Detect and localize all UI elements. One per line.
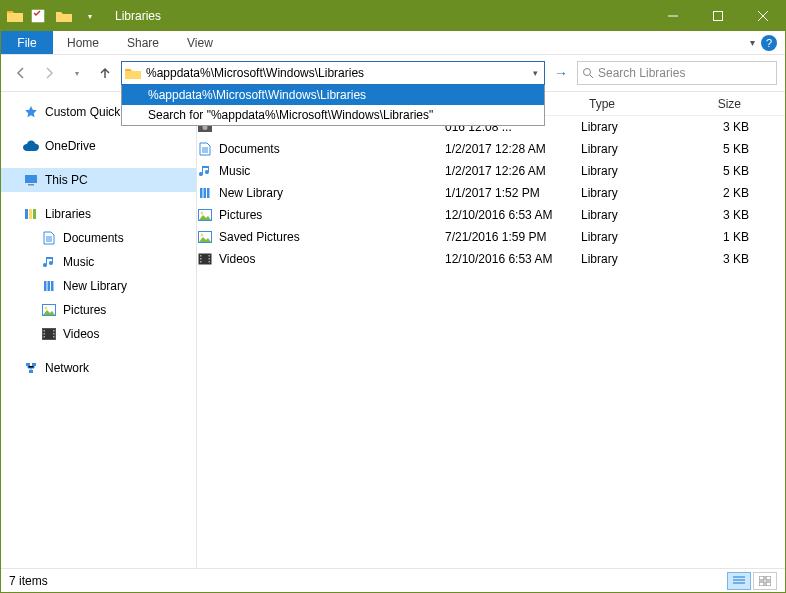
tab-view[interactable]: View [173,31,227,54]
svg-rect-4 [28,184,34,186]
pc-icon [23,172,39,188]
file-date: 1/2/2017 12:26 AM [445,164,581,178]
minimize-button[interactable] [650,1,695,31]
file-type: Library [581,120,677,134]
file-date: 1/1/2017 1:52 PM [445,186,581,200]
svg-rect-28 [207,188,210,198]
recent-dropdown-icon[interactable]: ▾ [65,61,89,85]
svg-rect-35 [200,258,202,260]
pic-icon [41,302,57,318]
search-box[interactable]: Search Libraries [577,61,777,85]
file-list: Name Date modified Type Size 016 12:08 .… [197,92,785,568]
address-option-path[interactable]: %appdata%\Microsoft\Windows\Libraries [122,85,544,105]
qat-newfolder-icon[interactable] [53,5,75,27]
ribbon-expand-icon[interactable]: ▾ [750,37,755,48]
file-icon [197,185,213,201]
svg-rect-18 [53,333,55,335]
file-size: 3 KB [677,252,749,266]
sidebar-item-thispc[interactable]: This PC [1,168,196,192]
svg-rect-19 [53,336,55,338]
table-row[interactable]: Saved Pictures7/21/2016 1:59 PMLibrary1 … [197,226,785,248]
table-row[interactable]: Music1/2/2017 12:26 AMLibrary5 KB [197,160,785,182]
sidebar-item-documents[interactable]: Documents [1,226,196,250]
music-icon [41,254,57,270]
sidebar-item-music[interactable]: Music [1,250,196,274]
table-row[interactable]: Pictures12/10/2016 6:53 AMLibrary3 KB [197,204,785,226]
table-row[interactable]: Documents1/2/2017 12:28 AMLibrary5 KB [197,138,785,160]
sidebar-item-videos[interactable]: Videos [1,322,196,346]
back-button[interactable] [9,61,33,85]
sidebar-item-onedrive[interactable]: OneDrive [1,134,196,158]
svg-rect-21 [32,363,36,366]
file-date: 1/2/2017 12:28 AM [445,142,581,156]
col-size[interactable]: Size [677,97,749,111]
address-bar-container: ▾ %appdata%\Microsoft\Windows\Libraries … [121,61,545,85]
window-controls [650,1,785,31]
svg-rect-8 [44,281,47,291]
svg-rect-9 [48,281,51,291]
file-icon [197,251,213,267]
svg-point-32 [201,234,204,237]
table-row[interactable]: Videos12/10/2016 6:53 AMLibrary3 KB [197,248,785,270]
file-size: 5 KB [677,164,749,178]
svg-rect-3 [25,175,37,183]
file-type: Library [581,186,677,200]
col-type[interactable]: Type [581,97,677,111]
view-details-button[interactable] [727,572,751,590]
svg-rect-38 [209,258,211,260]
qat: ▾ [1,5,107,27]
file-size: 1 KB [677,230,749,244]
svg-rect-36 [200,261,202,263]
address-dropdown-icon[interactable]: ▾ [526,68,544,78]
close-button[interactable] [740,1,785,31]
svg-point-2 [584,69,591,76]
nav-pane: Custom Quick A OneDrive This PC Librarie… [1,92,197,568]
svg-rect-15 [44,333,46,335]
libraries-icon [23,206,39,222]
sidebar-item-libraries[interactable]: Libraries [1,202,196,226]
svg-rect-37 [209,255,211,257]
file-name: Music [219,164,250,178]
svg-rect-7 [33,209,36,219]
svg-rect-27 [204,188,207,198]
file-rows: 016 12:08 ...Library3 KBDocuments1/2/201… [197,116,785,568]
tab-home[interactable]: Home [53,31,113,54]
svg-rect-6 [29,209,32,219]
sidebar-item-network[interactable]: Network [1,356,196,380]
file-date: 12/10/2016 6:53 AM [445,252,581,266]
svg-rect-20 [26,363,30,366]
window-icon [7,9,23,23]
svg-rect-42 [759,582,764,586]
svg-rect-40 [759,576,764,580]
file-size: 5 KB [677,142,749,156]
titlebar: ▾ Libraries [1,1,785,31]
forward-button[interactable] [37,61,61,85]
file-icon [197,141,213,157]
maximize-button[interactable] [695,1,740,31]
svg-rect-1 [713,12,722,21]
help-icon[interactable]: ? [761,35,777,51]
table-row[interactable]: New Library1/1/2017 1:52 PMLibrary2 KB [197,182,785,204]
up-button[interactable] [93,61,117,85]
file-date: 7/21/2016 1:59 PM [445,230,581,244]
qat-dropdown-icon[interactable]: ▾ [79,5,101,27]
file-type: Library [581,208,677,222]
svg-rect-14 [44,330,46,332]
address-input[interactable] [144,63,526,83]
address-bar[interactable]: ▾ [121,61,545,85]
sidebar-item-newlibrary[interactable]: New Library [1,274,196,298]
sidebar-item-pictures[interactable]: Pictures [1,298,196,322]
vid-icon [41,326,57,342]
view-large-button[interactable] [753,572,777,590]
status-count: 7 items [9,574,48,588]
tab-share[interactable]: Share [113,31,173,54]
go-button[interactable]: → [549,61,573,85]
lib-icon [41,278,57,294]
qat-properties-icon[interactable] [27,5,49,27]
search-placeholder: Search Libraries [598,66,685,80]
address-option-search[interactable]: Search for "%appdata%\Microsoft\Windows\… [122,105,544,125]
star-icon [23,104,39,120]
file-tab[interactable]: File [1,31,53,54]
network-icon [23,360,39,376]
file-type: Library [581,142,677,156]
